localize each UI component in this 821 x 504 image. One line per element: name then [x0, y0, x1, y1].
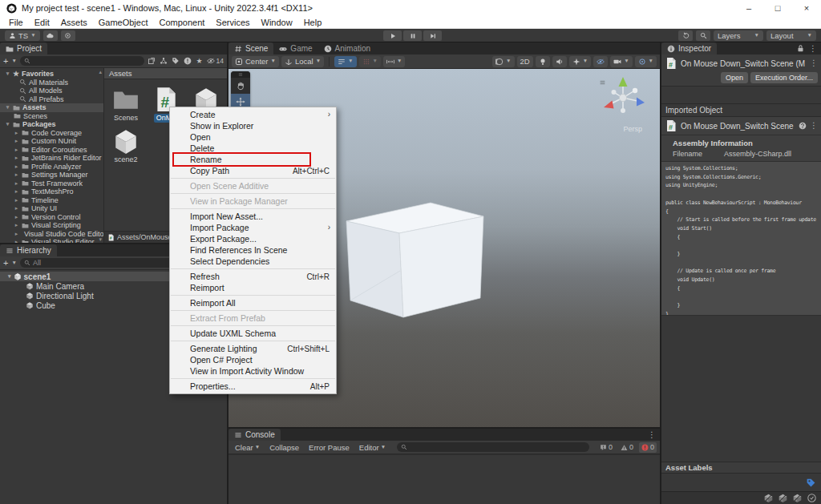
tab-animation[interactable]: Animation	[318, 42, 376, 54]
collapse-arrow-icon[interactable]: ▾	[5, 121, 10, 127]
context-menu-item-properties[interactable]: Properties...Alt+P	[170, 381, 336, 392]
tab-inspector[interactable]: Inspector	[661, 42, 717, 54]
add-gameobject-button[interactable]: +	[3, 259, 8, 268]
packages-item-profile-analyzer[interactable]: ▸Profile Analyzer	[0, 163, 103, 171]
layout-dropdown[interactable]: Layout ▼	[766, 30, 816, 41]
console-log-area[interactable]	[229, 454, 660, 504]
help-icon[interactable]	[799, 122, 807, 130]
error-count-toggle[interactable]: 0	[639, 442, 657, 453]
packages-item-jetbrains-rider-editor[interactable]: ▸JetBrains Rider Editor	[0, 154, 103, 163]
favorites-star-icon[interactable]: ★	[196, 58, 202, 65]
console-search-input[interactable]	[397, 442, 589, 452]
chevron-down-icon[interactable]: ▼	[11, 260, 16, 266]
grid-snapping-button[interactable]: ▼	[334, 56, 356, 67]
expand-arrow-icon[interactable]: ▸	[14, 180, 19, 187]
packages-item-settings-manager[interactable]: ▸Settings Manager	[0, 171, 103, 179]
add-asset-button[interactable]: +	[3, 57, 8, 66]
hidden-objects-button[interactable]	[593, 56, 608, 67]
expand-arrow-icon[interactable]: ▸	[14, 214, 19, 220]
close-button[interactable]: ×	[792, 0, 821, 16]
expand-arrow-icon[interactable]: ▸	[14, 205, 19, 212]
component-menu-icon[interactable]: ⋮	[810, 122, 818, 130]
expand-arrow-icon[interactable]: ▸	[14, 239, 19, 243]
hidden-count[interactable]: 14	[207, 57, 224, 65]
context-menu-item-refresh[interactable]: RefreshCtrl+R	[170, 271, 336, 282]
component-menu-icon[interactable]: ⋮	[810, 59, 818, 67]
context-menu-item-rename[interactable]: Rename	[170, 154, 336, 165]
context-menu-item-import-package[interactable]: Import Package›	[170, 222, 336, 233]
maximize-button[interactable]: □	[763, 0, 792, 16]
menu-help[interactable]: Help	[298, 16, 328, 29]
cloud-button[interactable]	[43, 30, 58, 41]
packages-item-visual-studio-code-editor[interactable]: ▸Visual Studio Code Editor	[0, 230, 103, 239]
lighting-toggle-button[interactable]	[536, 56, 550, 67]
services-button[interactable]	[61, 30, 75, 41]
context-menu-item-open-c-project[interactable]: Open C# Project	[170, 354, 336, 365]
context-menu-item-create[interactable]: Create›	[170, 109, 336, 120]
context-menu-item-delete[interactable]: Delete	[170, 143, 336, 154]
favorites-item-all-models[interactable]: All Models	[0, 87, 103, 95]
snap-increment-button[interactable]: ▼	[359, 56, 381, 67]
global-search-button[interactable]	[696, 30, 710, 41]
layers-dropdown[interactable]: Layers ▼	[714, 30, 763, 41]
tab-game[interactable]: Game	[273, 42, 317, 54]
favorites-item-all-prefabs[interactable]: All Prefabs	[0, 95, 103, 104]
info-icon[interactable]	[184, 57, 192, 65]
palette-drag-handle[interactable]	[231, 71, 250, 78]
tab-scene[interactable]: Scene	[229, 42, 273, 54]
expand-arrow-icon[interactable]: ▸	[14, 163, 19, 170]
orientation-gizmo[interactable]	[597, 74, 649, 125]
tree-item-scenes[interactable]: Scenes	[0, 112, 103, 121]
effects-dropdown[interactable]: ▼	[569, 56, 591, 67]
execution-order-button[interactable]: Execution Order...	[750, 72, 818, 83]
context-menu-item-reimport[interactable]: Reimport	[170, 282, 336, 293]
chevron-down-icon[interactable]: ▼	[11, 58, 16, 64]
open-in-window-icon[interactable]	[148, 57, 156, 65]
pivot-dropdown[interactable]: Center ▼	[232, 56, 279, 67]
expand-arrow-icon[interactable]: ▸	[14, 147, 19, 153]
packages-item-visual-scripting[interactable]: ▸Visual Scripting	[0, 221, 103, 230]
pause-button[interactable]	[403, 30, 422, 41]
context-menu-item-view-in-import-activity-window[interactable]: View in Import Activity Window	[170, 365, 336, 377]
context-menu-item-export-package[interactable]: Export Package...	[170, 233, 336, 244]
asset-scenes[interactable]: Scenes	[107, 86, 144, 123]
panel-menu-icon[interactable]: ⋮	[809, 45, 817, 53]
label-tag-icon[interactable]	[806, 478, 816, 488]
open-button[interactable]: Open	[721, 72, 748, 83]
gizmo-perspective-label[interactable]: Persp	[623, 125, 642, 133]
draw-mode-dropdown[interactable]: ▼	[492, 56, 514, 67]
tree-assets-root[interactable]: ▾ Assets	[0, 103, 103, 112]
tree-packages-root[interactable]: ▾ Packages	[0, 120, 103, 129]
packages-item-unity-ui[interactable]: ▸Unity UI	[0, 204, 103, 213]
packages-item-custom-nunit[interactable]: ▸Custom NUnit	[0, 137, 103, 146]
packages-item-code-coverage[interactable]: ▸Code Coverage	[0, 129, 103, 138]
audio-toggle-button[interactable]	[552, 56, 567, 67]
warning-count-toggle[interactable]: 0	[618, 442, 636, 453]
label-icon[interactable]	[172, 57, 180, 65]
favorites-item-all-materials[interactable]: All Materials	[0, 79, 103, 87]
expand-arrow-icon[interactable]: ▸	[14, 222, 19, 228]
orientation-dropdown[interactable]: Local ▼	[281, 56, 324, 67]
error-pause-button[interactable]: Error Pause	[305, 441, 353, 454]
editor-dropdown[interactable]: Editor ▼	[356, 441, 389, 454]
align-tools-button[interactable]: ▼	[383, 56, 405, 67]
assetbundle-refresh-icon[interactable]	[793, 494, 802, 502]
scroll-down-icon[interactable]: ▾	[99, 236, 102, 242]
menu-gameobject[interactable]: GameObject	[93, 16, 154, 29]
tree-favorites-root[interactable]: ▾ ★ Favorites	[0, 70, 103, 79]
collapse-arrow-icon[interactable]: ▾	[5, 104, 10, 111]
2d-toggle-button[interactable]: 2D	[517, 56, 533, 67]
expand-arrow-icon[interactable]: ▸	[14, 231, 19, 237]
expand-arrow-icon[interactable]: ▸	[14, 188, 19, 195]
gizmos-dropdown[interactable]: ▼	[635, 56, 657, 67]
packages-item-visual-studio-editor[interactable]: ▸Visual Studio Editor	[0, 238, 103, 243]
minimize-button[interactable]: –	[734, 0, 763, 16]
tab-project[interactable]: Project	[0, 42, 47, 54]
context-menu-item-open[interactable]: Open	[170, 131, 336, 143]
info-count-toggle[interactable]: 0	[597, 442, 615, 453]
tab-hierarchy[interactable]: Hierarchy	[0, 244, 57, 256]
packages-item-editor-coroutines[interactable]: ▸Editor Coroutines	[0, 146, 103, 155]
camera-dropdown[interactable]: ▼	[610, 56, 632, 67]
context-menu-item-import-new-asset[interactable]: Import New Asset...	[170, 211, 336, 222]
expand-arrow-icon[interactable]: ▸	[14, 155, 19, 161]
